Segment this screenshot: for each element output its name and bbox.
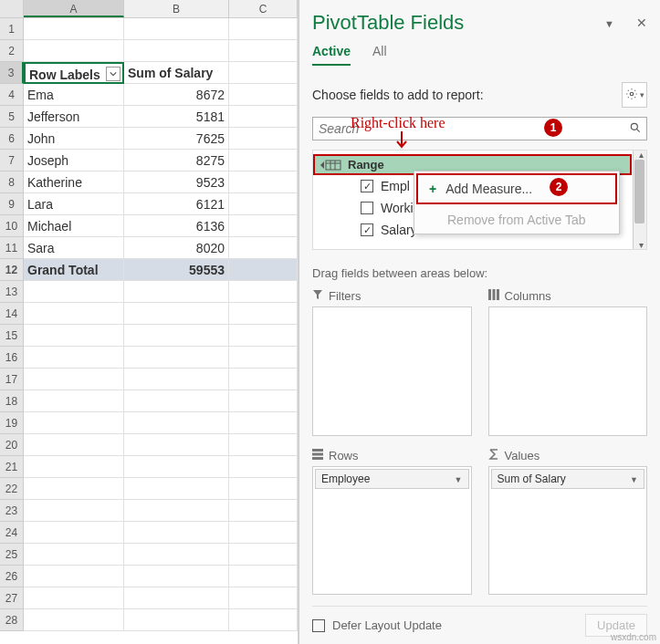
row-header[interactable]: 9 (0, 193, 24, 215)
row-header[interactable]: 15 (0, 325, 24, 347)
cell[interactable] (229, 40, 298, 62)
row-header[interactable]: 23 (0, 500, 24, 522)
select-all-corner[interactable] (0, 0, 24, 17)
cell[interactable] (124, 478, 229, 500)
cell[interactable]: Lara (24, 193, 124, 215)
cell[interactable]: 6121 (124, 193, 229, 215)
chevron-down-icon[interactable] (630, 473, 638, 485)
chevron-down-icon[interactable] (455, 473, 463, 485)
cell[interactable]: 8020 (124, 237, 229, 259)
cell[interactable]: 59553 (124, 259, 229, 281)
cell[interactable] (229, 456, 298, 478)
cell[interactable]: 9523 (124, 171, 229, 193)
scroll-down-icon[interactable]: ▾ (639, 240, 644, 250)
row-header[interactable]: 22 (0, 478, 24, 500)
area-rows[interactable]: Rows Employee (312, 449, 472, 596)
cell[interactable] (124, 587, 229, 609)
cell[interactable] (124, 369, 229, 390)
cell[interactable] (229, 84, 298, 106)
cell[interactable]: 8275 (124, 150, 229, 171)
close-icon[interactable] (636, 16, 647, 30)
area-filters[interactable]: Filters (312, 289, 472, 436)
row-header[interactable]: 11 (0, 237, 24, 259)
defer-layout-checkbox[interactable]: Defer Layout Update (312, 618, 442, 632)
cell[interactable] (124, 522, 229, 544)
cell[interactable] (229, 587, 298, 609)
cell[interactable] (24, 587, 124, 609)
pane-options-caret-icon[interactable] (604, 16, 614, 30)
cell[interactable] (229, 390, 298, 412)
row-header[interactable]: 2 (0, 40, 24, 62)
search-input[interactable] (312, 117, 647, 140)
row-header[interactable]: 25 (0, 544, 24, 566)
cell[interactable] (229, 193, 298, 215)
cell[interactable] (229, 259, 298, 281)
cell[interactable]: Sum of Salary (124, 62, 229, 84)
checkbox-icon[interactable] (361, 223, 373, 236)
tab-all[interactable]: All (372, 44, 387, 66)
cell[interactable] (229, 62, 298, 84)
rows-pill-employee[interactable]: Employee (315, 469, 469, 489)
cell[interactable] (24, 522, 124, 544)
cell[interactable] (229, 106, 298, 128)
cell[interactable] (124, 390, 229, 412)
cell[interactable] (124, 500, 229, 522)
checkbox-icon[interactable] (361, 202, 373, 214)
row-header[interactable]: 6 (0, 128, 24, 150)
cell[interactable]: Ema (24, 84, 124, 106)
row-header[interactable]: 10 (0, 215, 24, 237)
cell[interactable]: Jefferson (24, 106, 124, 128)
cell[interactable] (24, 18, 124, 40)
cell[interactable]: Sara (24, 237, 124, 259)
cell[interactable] (229, 237, 298, 259)
cell[interactable] (24, 609, 124, 631)
cell[interactable] (124, 303, 229, 325)
cell[interactable] (24, 478, 124, 500)
cell[interactable] (24, 500, 124, 522)
cell[interactable] (229, 347, 298, 369)
cell[interactable] (229, 281, 298, 303)
row-header[interactable]: 27 (0, 587, 24, 609)
cell[interactable] (229, 369, 298, 390)
scrollbar[interactable]: ▴ ▾ (633, 151, 646, 249)
row-header[interactable]: 24 (0, 522, 24, 544)
cell[interactable] (24, 566, 124, 587)
cell[interactable] (229, 566, 298, 587)
cell[interactable]: John (24, 128, 124, 150)
row-header[interactable]: 28 (0, 609, 24, 631)
cell[interactable] (229, 412, 298, 434)
scroll-up-icon[interactable]: ▴ (639, 150, 644, 160)
row-header[interactable]: 1 (0, 18, 24, 40)
row-header[interactable]: 14 (0, 303, 24, 325)
cell[interactable] (24, 347, 124, 369)
row-header[interactable]: 12 (0, 259, 24, 281)
menu-add-measure[interactable]: + Add Measure... (416, 173, 617, 204)
cell[interactable]: Joseph (24, 150, 124, 171)
cell[interactable] (124, 566, 229, 587)
cell[interactable] (229, 544, 298, 566)
cell[interactable] (124, 325, 229, 347)
cell[interactable] (229, 303, 298, 325)
checkbox-icon[interactable] (361, 180, 373, 192)
cell[interactable] (124, 281, 229, 303)
cell[interactable] (229, 478, 298, 500)
gear-button[interactable]: ▾ (622, 82, 647, 108)
cell[interactable]: 7625 (124, 128, 229, 150)
area-columns[interactable]: Columns (488, 289, 648, 436)
row-header[interactable]: 21 (0, 456, 24, 478)
cell[interactable] (124, 412, 229, 434)
cell[interactable] (229, 215, 298, 237)
cell[interactable] (229, 128, 298, 150)
cell[interactable] (229, 325, 298, 347)
cell[interactable] (229, 522, 298, 544)
cell[interactable] (24, 434, 124, 456)
cell[interactable]: 6136 (124, 215, 229, 237)
cell[interactable]: 5181 (124, 106, 229, 128)
cell[interactable]: Row Labels (24, 62, 124, 84)
cell[interactable] (24, 369, 124, 390)
cell[interactable]: 8672 (124, 84, 229, 106)
cell[interactable]: Katherine (24, 171, 124, 193)
tab-active[interactable]: Active (312, 44, 351, 66)
cell[interactable] (24, 544, 124, 566)
col-header-B[interactable]: B (124, 0, 229, 17)
